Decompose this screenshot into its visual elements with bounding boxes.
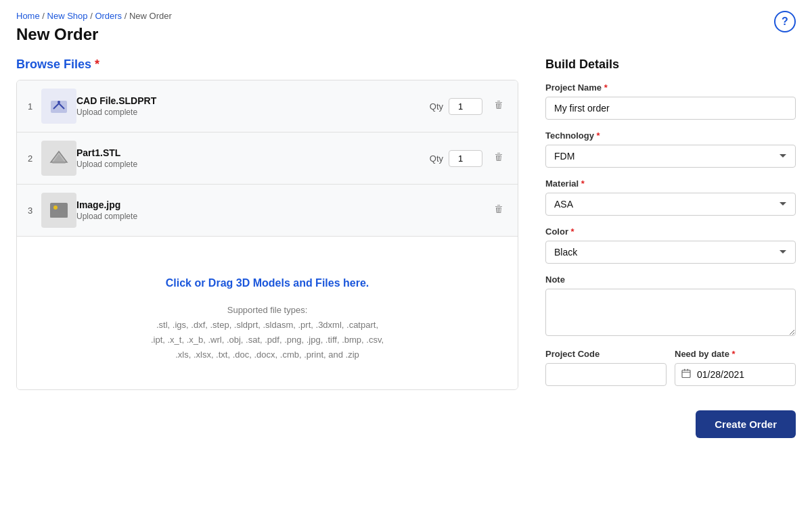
note-label: Note (545, 274, 796, 285)
date-input-wrapper (675, 363, 796, 386)
trash-icon (493, 99, 504, 110)
project-name-group: Project Name * (545, 82, 796, 120)
project-name-input[interactable] (545, 97, 796, 120)
supported-types: .stl, .igs, .dxf, .step, .sldprt, .sldas… (151, 320, 384, 360)
file-qty-area-1: Qty (430, 98, 482, 115)
material-label: Material * (545, 178, 796, 189)
file-number-1: 1 (28, 101, 41, 112)
file-item-1: 1 CAD File.SLDPRT Upload complete Qty (17, 80, 518, 133)
file-item-2: 2 Part1.STL Upload complete Qty (17, 133, 518, 185)
color-group: Color * Black White Gray Red Blue (545, 226, 796, 264)
delete-file-1[interactable] (491, 97, 507, 116)
technology-group: Technology * FDM SLA SLS MJF (545, 130, 796, 168)
main-layout: Browse Files * 1 CAD File.SLDPRT (16, 57, 796, 438)
stl-icon (48, 147, 70, 169)
trash-icon (493, 151, 504, 162)
file-info-3: Image.jpg Upload complete (76, 199, 430, 221)
qty-input-2[interactable] (449, 150, 482, 167)
svg-point-1 (58, 101, 60, 103)
color-label: Color * (545, 226, 796, 237)
file-status-2: Upload complete (76, 160, 430, 169)
browse-files-label: Browse Files * (16, 57, 518, 72)
need-by-date-group: Need by date * (675, 349, 796, 386)
file-info-2: Part1.STL Upload complete (76, 147, 430, 169)
left-panel: Browse Files * 1 CAD File.SLDPRT (16, 57, 518, 390)
qty-label-1: Qty (430, 101, 443, 112)
project-code-label: Project Code (545, 349, 667, 359)
project-name-label: Project Name * (545, 82, 796, 93)
breadcrumb-current: New Order (129, 11, 172, 21)
supported-label: Supported file types: (227, 305, 308, 315)
breadcrumb: Home / New Shop / Orders / New Order (16, 11, 796, 21)
qty-input-1[interactable] (449, 98, 482, 115)
cad-icon (48, 95, 70, 117)
technology-select[interactable]: FDM SLA SLS MJF (545, 145, 796, 168)
delete-file-2[interactable] (491, 149, 507, 168)
delete-file-3[interactable] (491, 201, 507, 220)
qty-label-2: Qty (430, 153, 443, 164)
file-name-1: CAD File.SLDPRT (76, 95, 430, 106)
file-list-container: 1 CAD File.SLDPRT Upload complete Qty (16, 80, 518, 390)
breadcrumb-new-shop[interactable]: New Shop (47, 11, 88, 21)
project-code-group: Project Code (545, 349, 667, 386)
bottom-form-row: Project Code Need by date * (545, 349, 796, 397)
file-number-2: 2 (28, 153, 41, 164)
drop-zone[interactable]: Click or Drag 3D Models and Files here. … (17, 237, 518, 389)
need-by-date-label: Need by date * (675, 349, 796, 359)
note-textarea[interactable] (545, 289, 796, 336)
create-order-button[interactable]: Create Order (696, 410, 796, 438)
svg-point-5 (53, 206, 58, 210)
file-thumbnail-2 (41, 141, 76, 176)
file-status-1: Upload complete (76, 107, 430, 117)
page-title: New Order (16, 25, 796, 44)
material-select[interactable]: ASA PLA ABS PETG Nylon (545, 193, 796, 216)
file-thumbnail-3 (41, 193, 76, 228)
note-group: Note (545, 274, 796, 338)
file-status-3: Upload complete (76, 212, 430, 221)
drop-zone-types: Supported file types: .stl, .igs, .dxf, … (33, 303, 501, 362)
file-qty-area-2: Qty (430, 150, 482, 167)
breadcrumb-home[interactable]: Home (16, 11, 40, 21)
need-by-date-input[interactable] (675, 363, 796, 386)
right-panel: Build Details Project Name * Technology … (545, 57, 796, 438)
file-thumbnail-1 (41, 89, 76, 124)
help-button[interactable]: ? (774, 11, 796, 32)
file-number-3: 3 (28, 206, 41, 216)
file-info-1: CAD File.SLDPRT Upload complete (76, 95, 430, 117)
file-item-3: 3 Image.jpg Upload complete Qty (17, 185, 518, 237)
project-code-input[interactable] (545, 363, 667, 386)
build-details-title: Build Details (545, 57, 796, 72)
file-name-2: Part1.STL (76, 147, 430, 158)
breadcrumb-orders[interactable]: Orders (95, 11, 122, 21)
material-group: Material * ASA PLA ABS PETG Nylon (545, 178, 796, 216)
image-icon (48, 199, 70, 221)
color-select[interactable]: Black White Gray Red Blue (545, 241, 796, 264)
page-container: ? Home / New Shop / Orders / New Order N… (0, 0, 812, 449)
trash-icon (493, 203, 504, 214)
file-name-3: Image.jpg (76, 199, 430, 210)
technology-label: Technology * (545, 130, 796, 141)
drop-zone-title[interactable]: Click or Drag 3D Models and Files here. (33, 277, 501, 289)
